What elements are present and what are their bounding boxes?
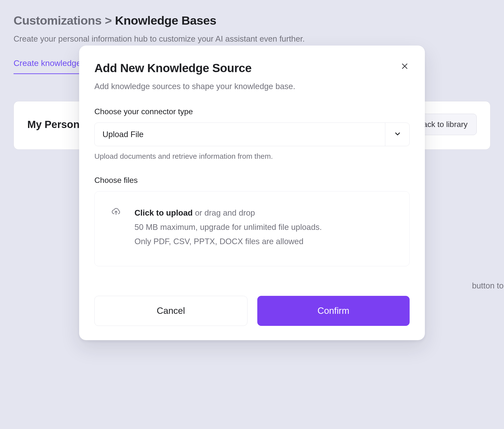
file-dropzone[interactable]: Click to upload or drag and drop 50 MB m… — [94, 191, 410, 266]
cancel-button[interactable]: Cancel — [94, 296, 248, 326]
confirm-button[interactable]: Confirm — [257, 296, 410, 326]
dropzone-rest: or drag and drop — [193, 208, 255, 217]
close-icon — [401, 62, 409, 71]
modal-title: Add New Knowledge Source — [94, 61, 252, 75]
dropzone-text: Click to upload or drag and drop 50 MB m… — [135, 206, 336, 248]
breadcrumb-parent[interactable]: Customizations — [14, 14, 102, 27]
upload-cloud-icon — [111, 207, 121, 216]
chevron-down-icon — [394, 130, 402, 139]
select-chevron-wrap — [385, 123, 402, 146]
modal-header: Add New Knowledge Source — [94, 61, 410, 82]
modal-subtitle: Add knowledge sources to shape your know… — [94, 82, 410, 91]
connector-type-helper: Upload documents and retrieve informatio… — [94, 152, 410, 160]
breadcrumb-separator: > — [105, 14, 112, 27]
modal-actions: Cancel Confirm — [94, 296, 410, 326]
choose-files-label: Choose files — [94, 176, 410, 185]
page-subtitle: Create your personal information hub to … — [14, 34, 490, 44]
breadcrumb-current: Knowledge Bases — [115, 14, 216, 27]
back-to-library-label: Back to library — [418, 120, 468, 129]
dropzone-desc: 50 MB maximum, upgrade for unlimited fil… — [135, 222, 322, 246]
breadcrumb: Customizations > Knowledge Bases — [14, 14, 490, 27]
connector-type-select[interactable]: Upload File — [94, 123, 410, 146]
dropzone-strong: Click to upload — [135, 208, 193, 217]
add-knowledge-source-modal: Add New Knowledge Source Add knowledge s… — [79, 46, 425, 340]
connector-type-label: Choose your connector type — [94, 107, 410, 116]
connector-type-value: Upload File — [103, 130, 144, 139]
close-button[interactable] — [400, 62, 410, 72]
panel-hint-text: button to start uploading — [472, 281, 504, 290]
